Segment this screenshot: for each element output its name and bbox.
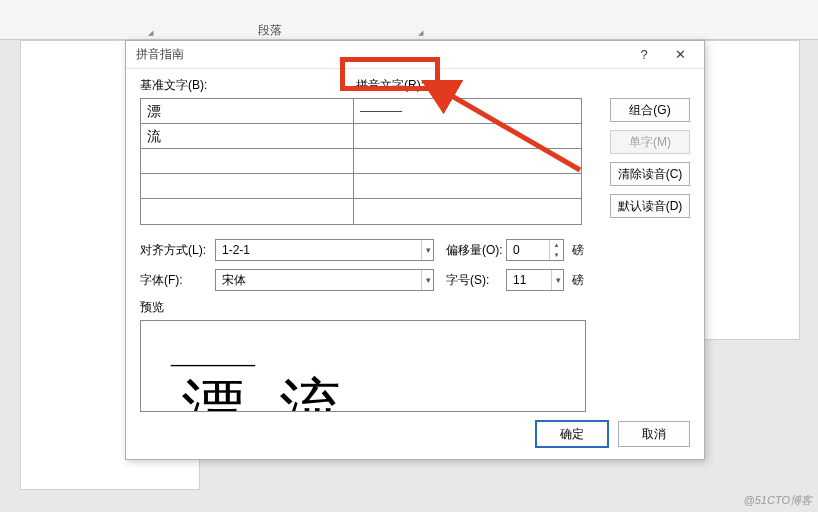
table-row <box>141 174 581 199</box>
ribbon-group-paragraph: 段落 <box>258 22 282 39</box>
ribbon-dialog-launcher-icon[interactable]: ◢ <box>418 29 423 37</box>
preview-box: ——— 漂 流 <box>140 320 586 412</box>
clear-reading-button[interactable]: 清除读音(C) <box>610 162 690 186</box>
offset-label: 偏移量(O): <box>446 242 506 259</box>
phonetic-grid: 漂 ——— 流 <box>140 98 582 225</box>
help-button[interactable]: ? <box>626 42 662 68</box>
watermark: @51CTO博客 <box>744 493 812 508</box>
font-size-select[interactable]: 11 ▾ <box>506 269 564 291</box>
font-select[interactable]: 宋体 ▾ <box>215 269 434 291</box>
preview-ruby-item: ——— 漂 <box>171 349 255 412</box>
pinyin-cell[interactable] <box>354 174 581 198</box>
pinyin-cell[interactable] <box>354 149 581 173</box>
document-page-bg-right <box>695 40 800 340</box>
alignment-label: 对齐方式(L): <box>140 242 215 259</box>
base-text-cell[interactable] <box>141 149 354 173</box>
pinyin-text-label: 拼音文字(R): <box>356 77 424 94</box>
dialog-titlebar: 拼音指南 ? ✕ <box>126 41 704 69</box>
size-unit: 磅 <box>572 272 584 289</box>
spin-down-icon[interactable]: ▼ <box>550 250 563 260</box>
ribbon-background <box>0 0 818 40</box>
phonetic-guide-dialog: 拼音指南 ? ✕ 基准文字(B): 拼音文字(R): 漂 ——— 流 <box>125 40 705 460</box>
preview-ruby-item: 流 <box>279 377 343 412</box>
single-char-button: 单字(M) <box>610 130 690 154</box>
offset-spinner[interactable]: 0 ▲▼ <box>506 239 564 261</box>
table-row <box>141 149 581 174</box>
close-button[interactable]: ✕ <box>662 42 698 68</box>
base-text-cell[interactable] <box>141 199 354 224</box>
table-row <box>141 199 581 224</box>
chevron-down-icon: ▾ <box>551 270 561 290</box>
ribbon-dialog-launcher-icon[interactable]: ◢ <box>148 29 153 37</box>
help-icon: ? <box>640 47 647 62</box>
spin-up-icon[interactable]: ▲ <box>550 240 563 250</box>
pinyin-cell[interactable]: ——— <box>354 99 581 123</box>
pinyin-cell[interactable] <box>354 124 581 148</box>
base-text-label: 基准文字(B): <box>140 77 356 94</box>
font-size-label: 字号(S): <box>446 272 506 289</box>
group-button[interactable]: 组合(G) <box>610 98 690 122</box>
pinyin-cell[interactable] <box>354 199 581 224</box>
table-row: 流 <box>141 124 581 149</box>
close-icon: ✕ <box>675 47 686 62</box>
chevron-down-icon: ▾ <box>421 240 431 260</box>
preview-label: 预览 <box>140 299 690 316</box>
ok-button[interactable]: 确定 <box>536 421 608 447</box>
table-row: 漂 ——— <box>141 99 581 124</box>
base-text-cell[interactable]: 流 <box>141 124 354 148</box>
chevron-down-icon: ▾ <box>421 270 431 290</box>
base-text-cell[interactable] <box>141 174 354 198</box>
dialog-title: 拼音指南 <box>136 46 626 63</box>
alignment-select[interactable]: 1-2-1 ▾ <box>215 239 434 261</box>
offset-unit: 磅 <box>572 242 584 259</box>
cancel-button[interactable]: 取消 <box>618 421 690 447</box>
base-text-cell[interactable]: 漂 <box>141 99 354 123</box>
default-reading-button[interactable]: 默认读音(D) <box>610 194 690 218</box>
font-label: 字体(F): <box>140 272 215 289</box>
